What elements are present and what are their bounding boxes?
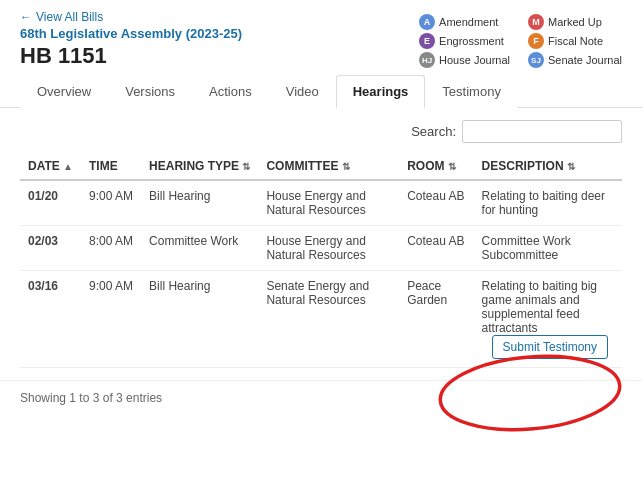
legend-engrossment: E Engrossment <box>419 33 510 49</box>
table-row: 01/209:00 AMBill HearingHouse Energy and… <box>20 180 622 226</box>
cell-room: Coteau AB <box>399 226 473 271</box>
cell-room: Peace Garden <box>399 271 473 368</box>
table-row: 02/038:00 AMCommittee WorkHouse Energy a… <box>20 226 622 271</box>
badge-amendment: A <box>419 14 435 30</box>
header-left: View All Bills 68th Legislative Assembly… <box>20 10 242 69</box>
bill-number: HB 1151 <box>20 43 242 69</box>
cell-hearing-type: Bill Hearing <box>141 271 258 368</box>
legend-col-1: A Amendment E Engrossment HJ House Journ… <box>419 14 510 68</box>
col-description[interactable]: DESCRIPTION ⇅ <box>474 153 622 180</box>
badge-hj: HJ <box>419 52 435 68</box>
col-date[interactable]: DATE ▲ <box>20 153 81 180</box>
search-row: Search: <box>20 120 622 143</box>
legend-markedup: M Marked Up <box>528 14 622 30</box>
cell-date: 02/03 <box>20 226 81 271</box>
col-hearing-type[interactable]: HEARING TYPE ⇅ <box>141 153 258 180</box>
tab-hearings[interactable]: Hearings <box>336 75 426 108</box>
col-room[interactable]: ROOM ⇅ <box>399 153 473 180</box>
sort-arrow-desc: ⇅ <box>567 161 575 172</box>
badge-markedup: M <box>528 14 544 30</box>
search-label: Search: <box>411 124 456 139</box>
footer-text: Showing 1 to 3 of 3 entries <box>0 380 642 413</box>
hearings-table: DATE ▲ TIME HEARING TYPE ⇅ COMMITTEE ⇅ R… <box>20 153 622 368</box>
cell-committee: House Energy and Natural Resources <box>258 180 399 226</box>
cell-description: Committee Work Subcommittee <box>474 226 622 271</box>
cell-hearing-type: Bill Hearing <box>141 180 258 226</box>
legend-hj: HJ House Journal <box>419 52 510 68</box>
table-header-row: DATE ▲ TIME HEARING TYPE ⇅ COMMITTEE ⇅ R… <box>20 153 622 180</box>
cell-time: 8:00 AM <box>81 226 141 271</box>
description-text: Relating to baiting big game animals and… <box>482 279 597 335</box>
cell-description: Relating to baiting big game animals and… <box>474 271 622 368</box>
cell-date: 01/20 <box>20 180 81 226</box>
legend-col-2: M Marked Up F Fiscal Note SJ Senate Jour… <box>528 14 622 68</box>
sort-arrow-date: ▲ <box>63 161 73 172</box>
cell-description: Relating to baiting deer for hunting <box>474 180 622 226</box>
tabs-bar: Overview Versions Actions Video Hearings… <box>0 75 642 108</box>
col-time: TIME <box>81 153 141 180</box>
col-committee[interactable]: COMMITTEE ⇅ <box>258 153 399 180</box>
cell-room: Coteau AB <box>399 180 473 226</box>
table-row: 03/169:00 AMBill HearingSenate Energy an… <box>20 271 622 368</box>
legend-amendment-label: Amendment <box>439 16 498 28</box>
sort-arrow-type: ⇅ <box>242 161 250 172</box>
legend-engrossment-label: Engrossment <box>439 35 504 47</box>
cell-hearing-type: Committee Work <box>141 226 258 271</box>
cell-committee: Senate Energy and Natural Resources <box>258 271 399 368</box>
cell-time: 9:00 AM <box>81 271 141 368</box>
legend-hj-label: House Journal <box>439 54 510 66</box>
badge-fiscalnote: F <box>528 33 544 49</box>
submit-testimony-button[interactable]: Submit Testimony <box>492 335 608 359</box>
cell-time: 9:00 AM <box>81 180 141 226</box>
legend-fiscalnote-label: Fiscal Note <box>548 35 603 47</box>
tab-actions[interactable]: Actions <box>192 75 269 108</box>
tab-testimony[interactable]: Testimony <box>425 75 518 108</box>
sort-arrow-committee: ⇅ <box>342 161 350 172</box>
content: Search: DATE ▲ TIME HEARING TYPE ⇅ COMMI… <box>0 108 642 380</box>
back-link[interactable]: View All Bills <box>20 10 242 24</box>
search-input[interactable] <box>462 120 622 143</box>
cell-date: 03/16 <box>20 271 81 368</box>
badge-sj: SJ <box>528 52 544 68</box>
badge-engrossment: E <box>419 33 435 49</box>
page-wrapper: View All Bills 68th Legislative Assembly… <box>0 0 642 500</box>
header: View All Bills 68th Legislative Assembly… <box>0 0 642 75</box>
legend-sj-label: Senate Journal <box>548 54 622 66</box>
legend-sj: SJ Senate Journal <box>528 52 622 68</box>
tab-versions[interactable]: Versions <box>108 75 192 108</box>
legend-markedup-label: Marked Up <box>548 16 602 28</box>
legend-amendment: A Amendment <box>419 14 510 30</box>
legend: A Amendment E Engrossment HJ House Journ… <box>419 10 622 68</box>
tab-video[interactable]: Video <box>269 75 336 108</box>
sort-arrow-room: ⇅ <box>448 161 456 172</box>
assembly-title: 68th Legislative Assembly (2023-25) <box>20 26 242 41</box>
table-container: DATE ▲ TIME HEARING TYPE ⇅ COMMITTEE ⇅ R… <box>20 153 622 368</box>
legend-fiscalnote: F Fiscal Note <box>528 33 622 49</box>
tab-overview[interactable]: Overview <box>20 75 108 108</box>
cell-committee: House Energy and Natural Resources <box>258 226 399 271</box>
